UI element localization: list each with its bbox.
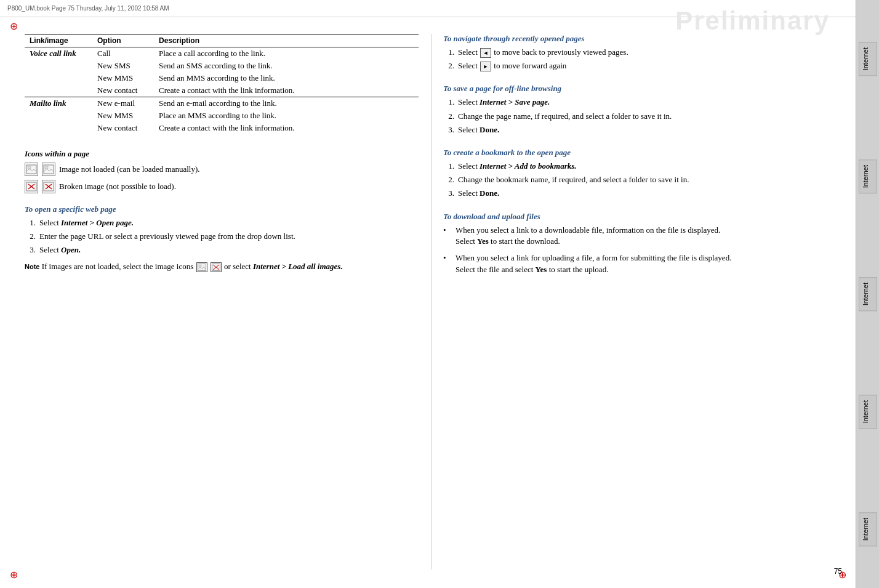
navigate-title: To navigate through recently opened page…	[443, 34, 848, 44]
bookmark-section: To create a bookmark to the open page 1.…	[443, 148, 848, 199]
list-item: 3. Select Open.	[25, 244, 419, 256]
left-column: Link/image Option Description Voice call…	[25, 34, 419, 283]
list-item: 3. Select Done.	[443, 124, 848, 135]
link-cell: Voice call link	[25, 47, 92, 60]
col-header-option: Option	[92, 34, 154, 47]
download-upload-bullets: • When you select a link to a downloadab…	[443, 225, 848, 276]
link-cell	[25, 122, 92, 134]
list-item: 1. Select Internet > Add to bookmarks.	[443, 161, 848, 172]
table-row: Voice call link Call Place a call accord…	[25, 47, 419, 60]
desc-cell: Place an MMS according to the link.	[154, 110, 419, 122]
svg-rect-11	[199, 265, 201, 267]
back-arrow-icon: ◄	[480, 48, 491, 58]
desc-cell: Place a call according to the link.	[154, 47, 419, 60]
icons-section-title: Icons within a page	[25, 149, 419, 159]
download-upload-section: To download and upload files • When you …	[443, 212, 848, 276]
col-divider	[431, 34, 431, 570]
broken-icon-2	[42, 180, 55, 193]
note-block: Note If images are not loaded, select th…	[25, 261, 419, 272]
desc-cell: Create a contact with the link informati…	[154, 84, 419, 97]
sidebar-tab-2[interactable]: Internet	[859, 159, 877, 193]
option-cell: New e-mail	[92, 97, 154, 110]
sidebar: Internet Internet Internet Internet Inte…	[856, 0, 879, 588]
list-item: 2. Change the bookmark name, if required…	[443, 174, 848, 185]
note-label: Note	[25, 263, 39, 270]
save-page-steps: 1. Select Internet > Save page. 2. Chang…	[443, 97, 848, 135]
list-item: 3. Select Done.	[443, 188, 848, 199]
list-item: • When you select a link for uploading a…	[443, 252, 848, 276]
sidebar-tab-4[interactable]: Internet	[859, 395, 877, 429]
note-text: If images are not loaded, select the ima…	[42, 262, 196, 271]
icon-desc-2: Broken image (not possible to load).	[59, 182, 176, 191]
file-info: P800_UM.book Page 75 Thursday, July 11, …	[7, 5, 169, 12]
list-item: 1. Select ◄ to move back to previously v…	[443, 47, 848, 58]
svg-rect-3	[45, 166, 48, 169]
desc-cell: Send an MMS according to the link.	[154, 72, 419, 84]
reg-mark-tl: ⊕	[7, 20, 20, 32]
icons-section: Icons within a page Image not loaded (ca…	[25, 149, 419, 193]
desc-cell: Create a contact with the link informati…	[154, 122, 419, 134]
table-row: New MMS Send an MMS according to the lin…	[25, 72, 419, 84]
col-header-link: Link/image	[25, 34, 92, 47]
image-icon-2	[42, 163, 55, 176]
bookmark-steps: 1. Select Internet > Add to bookmarks. 2…	[443, 161, 848, 199]
table-row: New MMS Place an MMS according to the li…	[25, 110, 419, 122]
broken-icon-1	[25, 180, 38, 193]
save-page-title: To save a page for off-line browsing	[443, 84, 848, 94]
sidebar-tab-1[interactable]: Internet	[859, 42, 877, 76]
sidebar-tab-3[interactable]: Internet	[859, 277, 877, 311]
open-web-page-title: To open a specific web page	[25, 204, 419, 214]
col-header-desc: Description	[154, 34, 419, 47]
open-web-page-steps: 1. Select Internet > Open page. 2. Enter…	[25, 217, 419, 256]
reg-mark-bl: ⊕	[7, 568, 20, 581]
option-cell: New MMS	[92, 110, 154, 122]
note-icon-1	[196, 262, 207, 272]
note-icon-2	[211, 262, 222, 272]
list-item: 2. Enter the page URL or select a previo…	[25, 231, 419, 242]
list-item: 2. Select ► to move forward again	[443, 60, 848, 71]
right-column: To navigate through recently opened page…	[443, 34, 848, 288]
navigate-section: To navigate through recently opened page…	[443, 34, 848, 71]
save-page-section: To save a page for off-line browsing 1. …	[443, 84, 848, 135]
icon-desc-1: Image not loaded (can be loaded manually…	[59, 164, 200, 174]
table-row: New SMS Send an SMS according to the lin…	[25, 60, 419, 72]
option-cell: New MMS	[92, 72, 154, 84]
icon-row-2: Broken image (not possible to load).	[25, 180, 419, 193]
link-cell	[25, 72, 92, 84]
forward-arrow-icon: ►	[480, 62, 491, 71]
table-row: New contact Create a contact with the li…	[25, 122, 419, 134]
table-row: New contact Create a contact with the li…	[25, 84, 419, 97]
sidebar-tab-5[interactable]: Internet	[859, 512, 877, 546]
option-cell: New SMS	[92, 60, 154, 72]
list-item: • When you select a link to a downloadab…	[443, 225, 848, 248]
list-item: 1. Select Internet > Open page.	[25, 217, 419, 228]
option-cell: Call	[92, 47, 154, 60]
link-image-table: Link/image Option Description Voice call…	[25, 34, 419, 134]
note-text-2: or select Internet > Load all images.	[224, 262, 343, 271]
svg-rect-1	[28, 166, 31, 169]
navigate-steps: 1. Select ◄ to move back to previously v…	[443, 47, 848, 71]
option-cell: New contact	[92, 122, 154, 134]
header-bar: P800_UM.book Page 75 Thursday, July 11, …	[0, 0, 879, 17]
option-cell: New contact	[92, 84, 154, 97]
download-upload-title: To download and upload files	[443, 212, 848, 222]
icon-row-1: Image not loaded (can be loaded manually…	[25, 163, 419, 176]
bookmark-title: To create a bookmark to the open page	[443, 148, 848, 158]
desc-cell: Send an e-mail according to the link.	[154, 97, 419, 110]
desc-cell: Send an SMS according to the link.	[154, 60, 419, 72]
list-item: 1. Select Internet > Save page.	[443, 97, 848, 108]
open-web-page-section: To open a specific web page 1. Select In…	[25, 204, 419, 272]
link-cell: Mailto link	[25, 97, 92, 110]
link-cell	[25, 60, 92, 72]
table-row: Mailto link New e-mail Send an e-mail ac…	[25, 97, 419, 110]
link-cell	[25, 110, 92, 122]
list-item: 2. Change the page name, if required, an…	[443, 111, 848, 122]
image-icon-1	[25, 163, 38, 176]
page-number: 75	[834, 567, 842, 576]
link-cell	[25, 84, 92, 97]
